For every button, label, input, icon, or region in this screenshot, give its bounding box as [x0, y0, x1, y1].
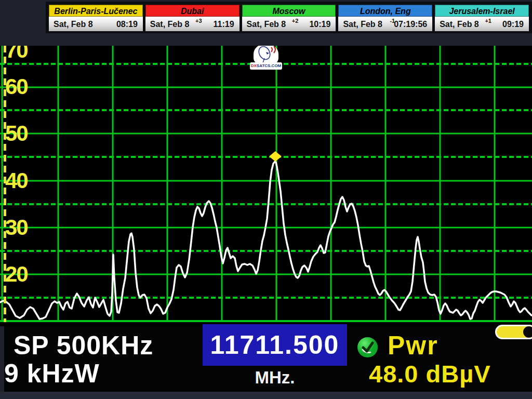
y-axis-tick-label: 60 — [5, 76, 28, 98]
analyzer-screen: Berlin-Paris-LučenecSat, Feb 808:19Dubai… — [0, 0, 532, 399]
clock-berlin-paris-lu-enec: Berlin-Paris-LučenecSat, Feb 808:19 — [49, 5, 143, 31]
power-label: Pwr — [388, 332, 438, 358]
clock-city-label: London, Eng — [338, 5, 432, 17]
clock-time-panel: Sat, Feb 8+210:19 — [242, 17, 336, 31]
clock-time: 11:19 — [214, 20, 234, 29]
clock-city-label: Dubai — [145, 5, 240, 17]
toggle-knob[interactable] — [523, 326, 532, 338]
clock-dubai: DubaiSat, Feb 8+311:19 — [145, 5, 240, 31]
frequency-unit-label: MHz. — [203, 369, 347, 386]
clock-date: Sat, Feb 8 — [440, 20, 479, 29]
clock-utc-offset: +2 — [292, 18, 299, 24]
y-axis-tick-label: 40 — [5, 170, 28, 192]
lock-ok-icon — [357, 337, 378, 358]
clock-time-panel: Sat, Feb 808:19 — [49, 17, 143, 31]
clock-date: Sat, Feb 8 — [247, 20, 286, 29]
clock-time-panel: Sat, Feb 8-107:19:56 — [338, 17, 432, 31]
clock-date: Sat, Feb 8 — [150, 20, 190, 29]
clock-date: Sat, Feb 8 — [54, 20, 93, 29]
spectrum-plot[interactable] — [0, 46, 532, 326]
clock-time: 08:19 — [116, 20, 138, 29]
clock-city-label: Moscow — [242, 5, 336, 17]
y-axis-tick-label: 50 — [5, 123, 28, 144]
bandwidth-readout: 9 kHzW — [4, 361, 100, 387]
dxsatcs-logo: DXSATCS.COM — [250, 46, 282, 71]
clock-time-panel: Sat, Feb 8+311:19 — [145, 17, 240, 31]
clock-time: 09:19 — [502, 20, 524, 29]
world-clock-bar: Berlin-Paris-LučenecSat, Feb 808:19Dubai… — [46, 2, 532, 33]
span-readout: SP 500KHz — [14, 332, 153, 358]
clock-london-eng: London, EngSat, Feb 8-107:19:56 — [338, 5, 432, 31]
clock-city-label: Berlin-Paris-Lučenec — [49, 5, 143, 17]
spectrum-trace — [0, 162, 531, 319]
power-toggle[interactable] — [495, 325, 532, 339]
clock-moscow: MoscowSat, Feb 8+210:19 — [242, 5, 336, 31]
clock-jerusalem-israel: Jerusalem-IsraelSat, Feb 8+109:19 — [435, 5, 529, 31]
y-axis-tick-label: 70 — [5, 46, 28, 61]
clock-date: Sat, Feb 8 — [343, 20, 382, 29]
clock-utc-offset: +1 — [485, 18, 491, 24]
clock-time-panel: Sat, Feb 8+109:19 — [435, 17, 529, 31]
grid-lines — [0, 46, 532, 322]
clock-time: 10:19 — [309, 20, 330, 29]
clock-time: 07:19:56 — [394, 20, 427, 29]
y-axis-tick-label: 30 — [5, 217, 28, 238]
power-value: 48.0 dBµV — [369, 362, 491, 386]
logo-text: DXSATCS.COM — [250, 62, 282, 70]
clock-utc-offset: +3 — [195, 18, 202, 24]
frequency-display[interactable]: 11711.500 — [203, 324, 347, 366]
window-frame-bottom — [0, 392, 532, 399]
clock-city-label: Jerusalem-Israel — [435, 5, 529, 17]
peak-marker-diamond[interactable] — [269, 151, 282, 162]
spectrum-chart[interactable]: 706050403020 DXSATCS.COM — [0, 46, 532, 326]
y-axis-tick-label: 20 — [5, 263, 28, 285]
satellite-dish-icon — [254, 46, 278, 64]
